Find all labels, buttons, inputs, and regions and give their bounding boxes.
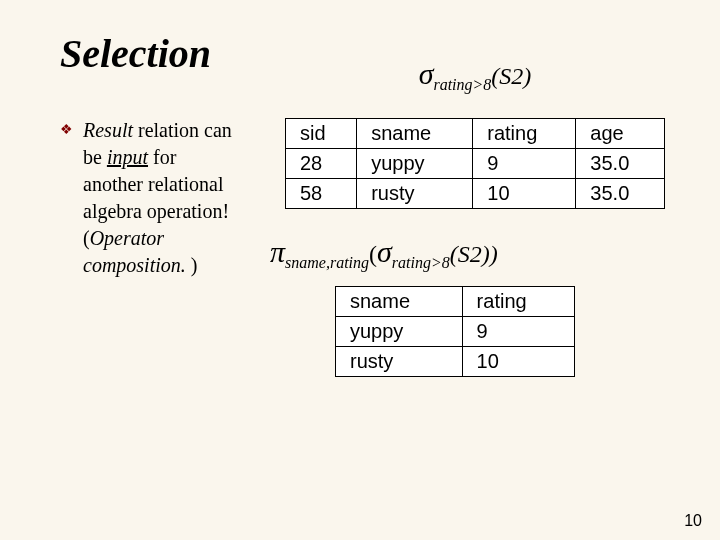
formula2-arg: (S2))	[450, 241, 498, 267]
cell: 28	[286, 148, 357, 178]
table-row: rusty 10	[336, 346, 575, 376]
formula1-subscript: rating>8	[433, 76, 491, 93]
result-table-1: sid sname rating age 28 yuppy 9 35.0 58 …	[285, 118, 665, 209]
bullet-frag-6: )	[186, 254, 198, 276]
word-result: Result	[83, 119, 133, 141]
cell: 10	[462, 346, 574, 376]
slide: Selection ❖ Result relation can be input…	[0, 0, 720, 540]
bullet-text: Result relation can be input for another…	[83, 117, 240, 279]
col-rating: rating	[462, 286, 574, 316]
cell: yuppy	[357, 148, 473, 178]
table-row: sname rating	[336, 286, 575, 316]
formula1-arg: (S2)	[491, 63, 531, 89]
col-sname: sname	[336, 286, 463, 316]
formula-projection-selection: πsname,rating(σrating>8(S2))	[270, 235, 680, 272]
cell: 9	[462, 316, 574, 346]
formula2-sigma-subscript: rating>8	[392, 254, 450, 271]
cell: 9	[473, 148, 576, 178]
bullet-item: ❖ Result relation can be input for anoth…	[60, 117, 240, 279]
word-input: input	[107, 146, 148, 168]
cell: rusty	[357, 178, 473, 208]
col-sname: sname	[357, 118, 473, 148]
table-row: yuppy 9	[336, 316, 575, 346]
cell: 35.0	[576, 178, 665, 208]
slide-title: Selection	[60, 30, 680, 77]
formula-selection: σrating>8(S2)	[419, 57, 532, 94]
diamond-bullet-icon: ❖	[60, 121, 73, 138]
table-row: 58 rusty 10 35.0	[286, 178, 665, 208]
left-column: ❖ Result relation can be input for anoth…	[60, 107, 240, 395]
formula2-pi-subscript: sname,rating	[285, 254, 369, 271]
pi-symbol-icon: π	[270, 235, 285, 268]
col-sid: sid	[286, 118, 357, 148]
table-row: sid sname rating age	[286, 118, 665, 148]
formula2-wrap: πsname,rating(σrating>8(S2))	[270, 227, 680, 286]
content-row: ❖ Result relation can be input for anoth…	[60, 107, 680, 395]
phrase-operator-composition: Operator composition.	[83, 227, 186, 276]
cell: 58	[286, 178, 357, 208]
cell: rusty	[336, 346, 463, 376]
right-column: σrating>8(S2) sid sname rating age 28 yu…	[270, 107, 680, 395]
cell: 35.0	[576, 148, 665, 178]
cell: 10	[473, 178, 576, 208]
table-row: 28 yuppy 9 35.0	[286, 148, 665, 178]
sigma-symbol-icon: σ	[419, 57, 434, 90]
col-rating: rating	[473, 118, 576, 148]
cell: yuppy	[336, 316, 463, 346]
formula2-open-paren: (	[369, 241, 377, 267]
sigma-symbol-icon: σ	[377, 235, 392, 268]
col-age: age	[576, 118, 665, 148]
result-table-2: sname rating yuppy 9 rusty 10	[335, 286, 575, 377]
page-number: 10	[684, 512, 702, 530]
